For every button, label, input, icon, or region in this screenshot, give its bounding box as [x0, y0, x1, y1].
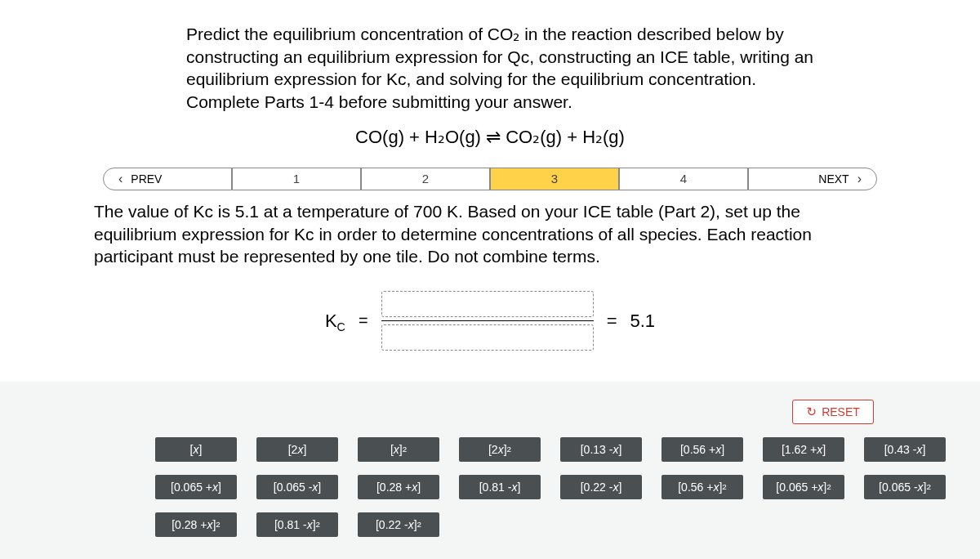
- step-instructions: The value of Kc is 5.1 at a temperature …: [94, 200, 886, 268]
- step-4-tab[interactable]: 4: [619, 168, 748, 190]
- tile[interactable]: [2x]: [256, 437, 338, 462]
- reaction-equation: CO(g) + H₂O(g) ⇌ CO₂(g) + H₂(g): [0, 127, 980, 148]
- denominator-dropzone[interactable]: [381, 324, 594, 351]
- tile[interactable]: [0.065 + x]: [155, 475, 237, 499]
- tile[interactable]: [2x]2: [459, 437, 541, 462]
- equals-sign: =: [359, 311, 368, 330]
- chevron-right-icon: ›: [858, 172, 862, 186]
- tile[interactable]: [0.22 - x]2: [358, 512, 439, 537]
- tile[interactable]: [0.43 - x]: [864, 437, 946, 462]
- kc-fraction: [381, 291, 594, 351]
- tile[interactable]: [0.22 - x]: [560, 475, 642, 499]
- prev-button[interactable]: ‹ PREV: [103, 168, 232, 190]
- tile[interactable]: [0.81 - x]: [459, 475, 541, 499]
- tile[interactable]: [0.81 - x]2: [256, 512, 338, 537]
- tile[interactable]: [0.56 + x]2: [662, 475, 743, 499]
- tile[interactable]: [0.065 - x]: [256, 475, 338, 499]
- kc-value: 5.1: [630, 311, 655, 332]
- step-1-tab[interactable]: 1: [232, 168, 361, 190]
- tile[interactable]: [0.13 - x]: [560, 437, 642, 462]
- tile[interactable]: [0.065 - x]2: [864, 475, 946, 499]
- result-equals: =: [607, 311, 617, 332]
- fraction-bar: [381, 320, 594, 321]
- tile[interactable]: [0.065 + x]2: [763, 475, 844, 499]
- chevron-left-icon: ‹: [118, 172, 122, 186]
- prev-label: PREV: [131, 172, 162, 186]
- tile-row-1: [x] [2x] [x]2 [2x]2 [0.13 - x] [0.56 + x…: [155, 437, 980, 462]
- tile[interactable]: [0.28 + x]2: [155, 512, 237, 537]
- tile[interactable]: [1.62 + x]: [763, 437, 844, 462]
- tile-bank: ↺ RESET [x] [2x] [x]2 [2x]2 [0.13 - x] […: [0, 382, 980, 559]
- step-navigation: ‹ PREV 1 2 3 4 NEXT ›: [0, 168, 980, 190]
- problem-instructions: Predict the equilibrium concentration of…: [186, 23, 823, 114]
- step-2-tab[interactable]: 2: [361, 168, 490, 190]
- numerator-dropzone[interactable]: [381, 291, 594, 317]
- tile[interactable]: [x]: [155, 437, 237, 462]
- kc-symbol: KC: [325, 311, 345, 332]
- kc-expression: KC = = 5.1: [0, 291, 980, 351]
- tile[interactable]: [0.28 + x]: [358, 475, 439, 499]
- next-button[interactable]: NEXT ›: [748, 168, 877, 190]
- next-label: NEXT: [818, 172, 849, 186]
- reset-icon: ↺: [806, 405, 817, 419]
- reset-label: RESET: [822, 405, 860, 418]
- tile-row-2: [0.065 + x] [0.065 - x] [0.28 + x] [0.81…: [155, 475, 980, 499]
- tile[interactable]: [0.56 + x]: [662, 437, 743, 462]
- reset-button[interactable]: ↺ RESET: [792, 400, 874, 424]
- tile[interactable]: [x]2: [358, 437, 439, 462]
- tile-row-3: [0.28 + x]2 [0.81 - x]2 [0.22 - x]2: [155, 512, 980, 537]
- step-3-tab[interactable]: 3: [490, 168, 619, 190]
